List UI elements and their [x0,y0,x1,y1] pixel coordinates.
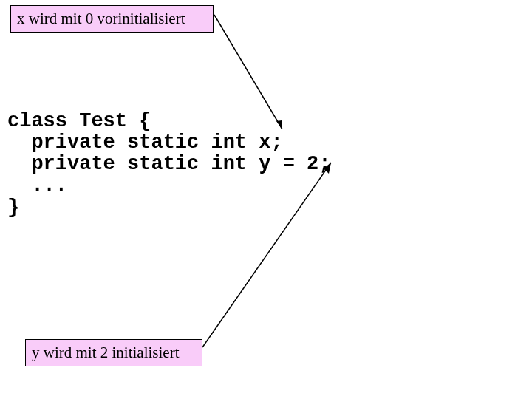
code-line-4: ... [7,174,67,197]
code-line-5: } [7,197,19,219]
annotation-bottom: y wird mit 2 initialisiert [25,339,202,366]
code-line-2: private static int x; [7,132,283,154]
annotation-top: x wird mit 0 vorinitialisiert [10,5,214,33]
code-line-3: private static int y = 2; [7,153,330,175]
code-block: class Test { private static int x; priva… [7,111,330,219]
code-line-1: class Test { [7,110,151,132]
